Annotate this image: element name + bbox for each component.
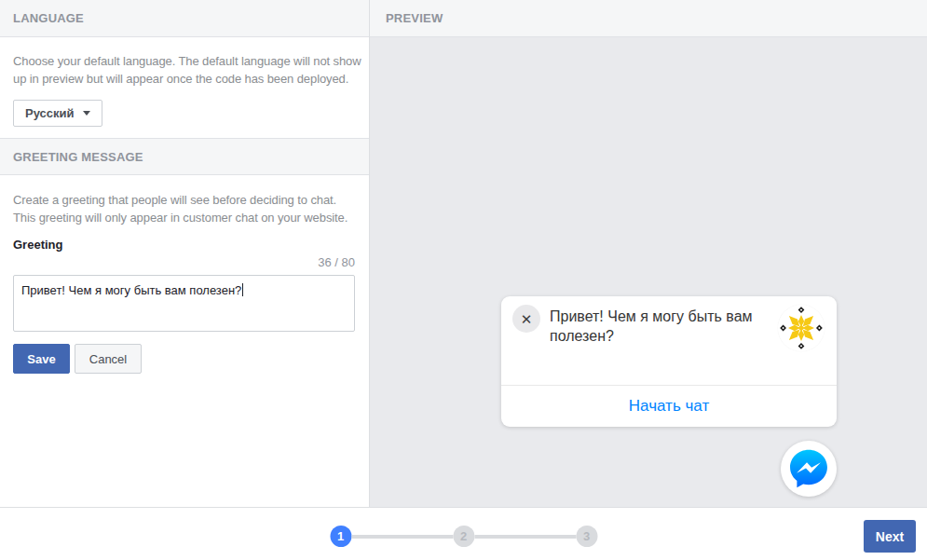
wizard-footer: 1 2 3 Next: [0, 507, 927, 560]
language-section-body: Choose your default language. The defaul…: [0, 37, 369, 138]
language-section-header: LANGUAGE: [0, 0, 369, 37]
chat-preview-card: ✕ Привет! Чем я могу быть вам полезен?: [501, 296, 837, 427]
next-button[interactable]: Next: [864, 520, 916, 553]
save-button[interactable]: Save: [13, 344, 70, 374]
step-2-indicator: 2: [453, 526, 474, 547]
settings-panel: LANGUAGE Choose your default language. T…: [0, 0, 370, 507]
start-chat-label: Начать чат: [629, 397, 709, 416]
greeting-description: Create a greeting that people will see b…: [13, 191, 361, 226]
preview-section-header: PREVIEW: [370, 0, 927, 37]
page-avatar: [778, 305, 825, 351]
close-button[interactable]: ✕: [512, 305, 540, 333]
greeting-section-body: Create a greeting that people will see b…: [0, 175, 369, 374]
step-connector: [474, 535, 576, 539]
step-3-indicator: 3: [576, 526, 597, 547]
text-cursor: [242, 283, 243, 296]
greeting-section-header: GREETING MESSAGE: [0, 138, 369, 175]
language-dropdown[interactable]: Русский: [13, 100, 102, 127]
greeting-field-label: Greeting: [13, 238, 356, 252]
preview-canvas: ✕ Привет! Чем я могу быть вам полезен?: [370, 37, 927, 507]
greeting-preview-text: Привет! Чем я могу быть вам полезен?: [550, 307, 773, 346]
language-dropdown-value: Русский: [25, 106, 75, 120]
start-chat-button[interactable]: Начать чат: [501, 385, 837, 427]
customer-chat-setup-wizard: LANGUAGE Choose your default language. T…: [0, 0, 927, 560]
greeting-textarea-value: Привет! Чем я могу быть вам полезен?: [21, 283, 241, 297]
language-description: Choose your default language. The defaul…: [13, 52, 361, 88]
step-connector: [351, 535, 453, 539]
avatar-ornament-icon: [778, 305, 825, 351]
greeting-textarea[interactable]: Привет! Чем я могу быть вам полезен?: [13, 275, 355, 332]
close-icon: ✕: [521, 312, 533, 326]
messenger-icon: [786, 446, 831, 491]
messenger-launcher-button[interactable]: [781, 441, 837, 497]
character-counter: 36 / 80: [13, 255, 355, 269]
chevron-down-icon: [83, 111, 90, 116]
wizard-stepper: 1 2 3: [330, 526, 597, 547]
preview-panel: PREVIEW ✕ Привет! Чем я могу быть вам по…: [370, 0, 927, 507]
step-1-indicator: 1: [330, 526, 351, 547]
cancel-button[interactable]: Cancel: [75, 344, 142, 374]
form-actions: Save Cancel: [13, 344, 356, 374]
